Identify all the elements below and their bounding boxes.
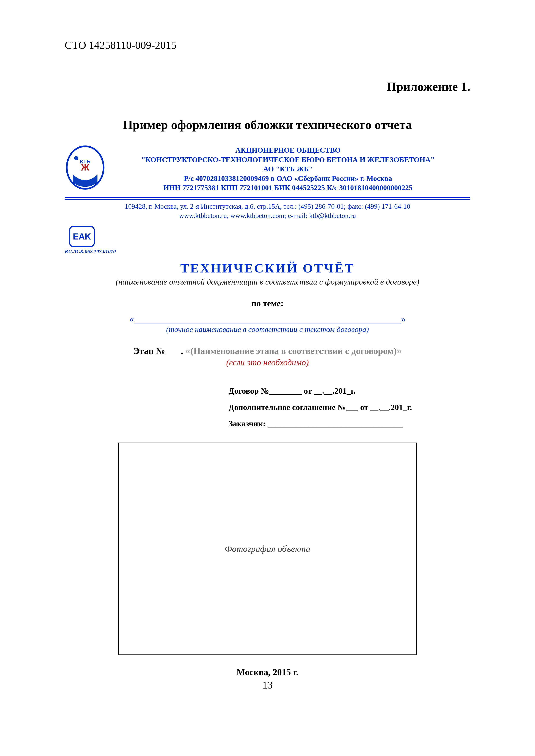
org-line-5: ИНН 7721775381 КПП 772101001 БИК 0445252… xyxy=(106,183,470,193)
letterhead: КТБ Ж АКЦИОНЕРНОЕ ОБЩЕСТВО "КОНСТРУКТОРС… xyxy=(65,145,470,193)
report-title: ТЕХНИЧЕСКИЙ ОТЧЁТ xyxy=(65,261,470,276)
svg-text:Ж: Ж xyxy=(81,162,89,173)
example-heading: Пример оформления обложки технического о… xyxy=(65,118,470,132)
contacts-line-2: www.ktbbeton.ru, www.ktbbeton.com; e-mai… xyxy=(65,211,470,220)
svg-point-3 xyxy=(74,156,78,160)
report-subtitle: (наименование отчетной документации в со… xyxy=(65,277,470,286)
contract-line-2: Дополнительное соглашение №___ от __.__.… xyxy=(229,399,470,416)
contract-line-3: Заказчик: ______________________________… xyxy=(229,416,470,432)
org-line-3: АО "КТБ ЖБ" xyxy=(106,164,470,174)
stage-quote-open: « xyxy=(185,346,190,356)
stage-name: (Наименование этапа в соответствии с дог… xyxy=(190,346,397,356)
quote-open: « xyxy=(129,315,134,324)
topic-caption: (точное наименование в соответствии с те… xyxy=(129,325,406,334)
eak-badge-icon: EAK xyxy=(69,226,95,247)
appendix-heading: Приложение 1. xyxy=(65,79,470,94)
letterhead-text: АКЦИОНЕРНОЕ ОБЩЕСТВО "КОНСТРУКТОРСКО-ТЕХ… xyxy=(106,146,470,193)
page: СТО 14258110-009-2015 Приложение 1. Прим… xyxy=(0,0,535,756)
photo-placeholder-box: Фотография объекта xyxy=(118,443,417,655)
topic-blank-line xyxy=(134,316,401,324)
ktb-logo-icon: КТБ Ж xyxy=(65,145,106,193)
org-line-2: "КОНСТРУКТОРСКО-ТЕХНОЛОГИЧЕСКОЕ БЮРО БЕТ… xyxy=(106,155,470,165)
contacts-block: 109428, г. Москва, ул. 2-я Институтская,… xyxy=(65,202,470,220)
contacts-line-1: 109428, г. Москва, ул. 2-я Институтская,… xyxy=(65,202,470,211)
org-line-1: АКЦИОНЕРНОЕ ОБЩЕСТВО xyxy=(106,146,470,155)
quote-close: » xyxy=(401,315,406,324)
eak-label: EAK xyxy=(73,232,91,241)
stage-row: Этап № ___. «(Наименование этапа в соотв… xyxy=(65,346,470,356)
document-code: СТО 14258110-009-2015 xyxy=(65,39,470,51)
org-line-4: Р/с 40702810338120009469 в ОАО «Сбербанк… xyxy=(106,174,470,183)
page-number: 13 xyxy=(65,679,470,691)
eak-code: RU.АСК.062.107.01010 xyxy=(65,249,470,255)
stage-prefix: Этап № ___. xyxy=(133,346,185,356)
photo-placeholder-label: Фотография объекта xyxy=(225,544,310,554)
stage-quote-close: » xyxy=(397,346,402,356)
stage-note: (если это необходимо) xyxy=(65,357,470,367)
topic-line: « » (точное наименование в соответствии … xyxy=(129,315,406,334)
eak-block: EAK RU.АСК.062.107.01010 xyxy=(65,226,470,255)
double-rule xyxy=(65,197,470,200)
by-topic-label: по теме: xyxy=(65,298,470,309)
footer-city-year: Москва, 2015 г. xyxy=(65,667,470,677)
contract-line-1: Договор №________ от __.__.201_г. xyxy=(229,383,470,399)
contract-block: Договор №________ от __.__.201_г. Дополн… xyxy=(229,383,470,432)
